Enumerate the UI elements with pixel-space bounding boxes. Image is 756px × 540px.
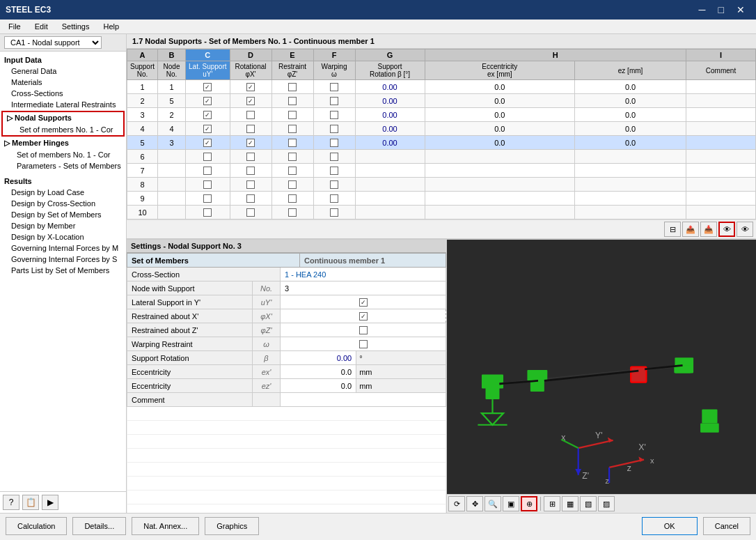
table-row[interactable]: 320.000.00.0	[127, 108, 756, 122]
sidebar-item-materials[interactable]: Materials	[0, 77, 126, 88]
restrained-z-value[interactable]	[281, 323, 446, 337]
sidebar-item-general-data[interactable]: General Data	[0, 65, 126, 77]
table-row[interactable]: 110.000.00.0	[127, 80, 756, 94]
menu-edit[interactable]: Edit	[29, 21, 54, 32]
table-cell-warp[interactable]	[313, 122, 355, 136]
table-cell-lat[interactable]	[186, 164, 230, 178]
table-cell-res[interactable]	[271, 122, 313, 136]
lateral-support-checkbox[interactable]	[359, 298, 368, 307]
table-cell-lat[interactable]	[186, 178, 230, 192]
table-cell-res[interactable]	[271, 108, 313, 122]
table-cell-lat[interactable]	[186, 192, 230, 206]
menu-help[interactable]: Help	[97, 21, 125, 32]
table-cell-res[interactable]	[271, 178, 313, 192]
lateral-support-value[interactable]	[281, 295, 446, 309]
sidebar-item-intermediate-lateral[interactable]: Intermediate Lateral Restraints	[0, 99, 126, 110]
table-cell-res[interactable]	[271, 206, 313, 219]
view-btn-pan[interactable]: ✥	[466, 496, 483, 511]
restrained-x-value[interactable]	[281, 309, 446, 323]
table-cell-rot[interactable]	[230, 122, 271, 136]
table-cell-lat[interactable]	[186, 80, 230, 94]
menu-file[interactable]: File	[3, 21, 26, 32]
sidebar-item-governing-s[interactable]: Governing Internal Forces by S	[0, 254, 126, 265]
restrained-x-checkbox[interactable]	[359, 312, 368, 321]
sidebar-item-member-hinges[interactable]: ▷ Member Hinges	[0, 137, 126, 149]
table-row[interactable]: 440.000.00.0	[127, 122, 756, 136]
table-row[interactable]: 10	[127, 206, 756, 219]
sidebar-item-set-members-nodal[interactable]: Set of members No. 1 - Cor	[3, 124, 123, 135]
view-btn-front[interactable]: ▦	[562, 496, 578, 511]
table-cell-warp[interactable]	[313, 178, 355, 192]
minimize-button[interactable]: ─	[693, 3, 711, 17]
table-cell-warp[interactable]	[313, 164, 355, 178]
table-row[interactable]: 8	[127, 178, 756, 192]
table-cell-warp[interactable]	[313, 150, 355, 164]
table-btn-view[interactable]: 👁	[718, 222, 735, 237]
graphics-button[interactable]: Graphics	[205, 517, 259, 535]
table-cell-res[interactable]	[271, 164, 313, 178]
table-btn-filter[interactable]: ⊟	[664, 222, 681, 237]
sidebar-item-governing-m[interactable]: Governing Internal Forces by M	[0, 242, 126, 254]
restrained-z-checkbox[interactable]	[359, 326, 368, 334]
table-cell-lat[interactable]	[186, 136, 230, 150]
table-cell-warp[interactable]	[313, 94, 355, 108]
table-cell-rot[interactable]	[230, 206, 271, 219]
table-cell-lat[interactable]	[186, 122, 230, 136]
sidebar-copy-btn[interactable]: 📋	[22, 495, 39, 510]
table-cell-lat[interactable]	[186, 206, 230, 219]
view-btn-top[interactable]: ▨	[598, 496, 615, 511]
table-cell-rot[interactable]	[230, 80, 271, 94]
table-cell-rot[interactable]	[230, 150, 271, 164]
view-btn-rotate[interactable]: ⟳	[448, 496, 465, 511]
view-btn-perspective[interactable]: ⊞	[544, 496, 560, 511]
sidebar-item-design-set-members[interactable]: Design by Set of Members	[0, 209, 126, 220]
table-cell-warp[interactable]	[313, 206, 355, 219]
close-button[interactable]: ✕	[731, 3, 750, 17]
warping-value[interactable]	[281, 337, 446, 351]
ca-dropdown[interactable]: CA1 - Nodal support	[4, 36, 102, 49]
sidebar-item-design-member[interactable]: Design by Member	[0, 220, 126, 231]
table-cell-res[interactable]	[271, 136, 313, 150]
table-cell-lat[interactable]	[186, 94, 230, 108]
view-btn-zoom[interactable]: 🔍	[485, 496, 501, 511]
table-cell-res[interactable]	[271, 80, 313, 94]
table-cell-rot[interactable]	[230, 178, 271, 192]
table-row[interactable]: 9	[127, 192, 756, 206]
sidebar-item-nodal-supports[interactable]: ▷ Nodal Supports	[3, 112, 123, 124]
nat-annex-button[interactable]: Nat. Annex...	[132, 517, 199, 535]
calc-button[interactable]: Calculation	[6, 517, 67, 535]
window-controls[interactable]: ─ □ ✕	[693, 3, 750, 17]
table-row[interactable]: 250.000.00.0	[127, 94, 756, 108]
cancel-button[interactable]: Cancel	[703, 517, 750, 535]
ok-button[interactable]: OK	[642, 517, 698, 535]
sidebar-item-design-load-case[interactable]: Design by Load Case	[0, 187, 126, 198]
table-cell-lat[interactable]	[186, 150, 230, 164]
table-btn-eye[interactable]: 👁	[737, 222, 753, 237]
sidebar-item-design-x-location[interactable]: Design by X-Location	[0, 231, 126, 242]
maximize-button[interactable]: □	[713, 3, 730, 17]
sidebar-item-cross-sections[interactable]: Cross-Sections	[0, 88, 126, 99]
details-button[interactable]: Details...	[72, 517, 126, 535]
sidebar-item-parts-list[interactable]: Parts List by Set of Members	[0, 265, 126, 276]
table-cell-warp[interactable]	[313, 108, 355, 122]
table-cell-res[interactable]	[271, 150, 313, 164]
table-cell-rot[interactable]	[230, 108, 271, 122]
view-btn-side[interactable]: ▧	[580, 496, 597, 511]
sidebar-item-set-members-hinges[interactable]: Set of members No. 1 - Cor	[0, 149, 126, 160]
table-cell-warp[interactable]	[313, 192, 355, 206]
table-cell-rot[interactable]	[230, 164, 271, 178]
view-canvas[interactable]: Z' X' Y' x z	[447, 240, 756, 494]
table-row[interactable]: 530.000.00.0	[127, 136, 756, 150]
menu-settings[interactable]: Settings	[56, 21, 95, 32]
table-cell-rot[interactable]	[230, 94, 271, 108]
view-btn-active[interactable]: ⊕	[521, 496, 537, 511]
table-row[interactable]: 6	[127, 150, 756, 164]
table-cell-rot[interactable]	[230, 136, 271, 150]
view-btn-fit[interactable]: ▣	[503, 496, 519, 511]
table-cell-warp[interactable]	[313, 136, 355, 150]
table-wrapper[interactable]: A B C D E F G H I SupportNo. NodeN	[127, 49, 756, 219]
table-row[interactable]: 7	[127, 164, 756, 178]
sidebar-arrow-btn[interactable]: ▶	[42, 495, 58, 510]
sidebar-item-design-cross-section[interactable]: Design by Cross-Section	[0, 198, 126, 209]
table-cell-res[interactable]	[271, 192, 313, 206]
